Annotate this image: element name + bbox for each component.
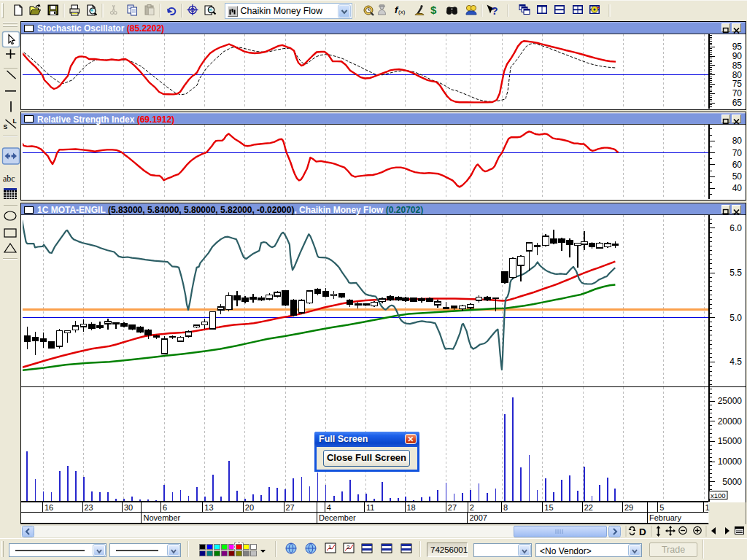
svg-text:D: D bbox=[639, 526, 646, 537]
svg-text:abc: abc bbox=[3, 174, 15, 184]
svg-text:S: S bbox=[4, 123, 8, 131]
svg-text:$: $ bbox=[430, 4, 437, 16]
svg-text:L: L bbox=[13, 117, 17, 125]
svg-text:2: 2 bbox=[347, 544, 350, 551]
svg-text:1: 1 bbox=[328, 544, 332, 551]
svg-text:?: ? bbox=[492, 4, 498, 17]
svg-text:(x): (x) bbox=[398, 9, 406, 15]
